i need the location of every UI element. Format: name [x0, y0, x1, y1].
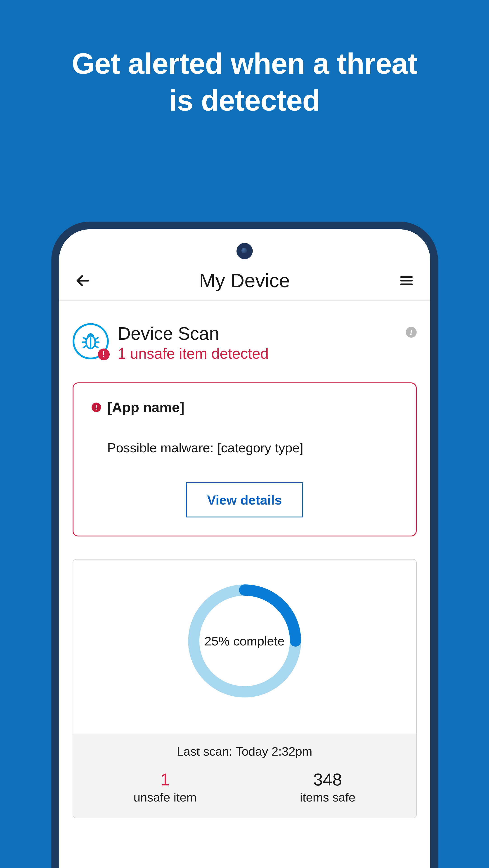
scan-subtitle: 1 unsafe item detected: [118, 345, 397, 362]
last-scan-text: Last scan: Today 2:32pm: [82, 744, 407, 758]
arrow-left-icon: [75, 273, 91, 288]
promo-headline-line2: is detected: [0, 82, 489, 119]
phone-side-button: [437, 573, 438, 616]
bug-icon: !: [72, 323, 109, 360]
safe-label: items safe: [300, 790, 355, 804]
unsafe-label: unsafe item: [134, 790, 197, 804]
threat-alert-card: ! [App name] Possible malware: [category…: [72, 382, 417, 536]
phone-camera-dot: [236, 243, 253, 259]
threat-description: Possible malware: [category type]: [92, 440, 398, 455]
progress-ring: 25% complete: [184, 580, 306, 702]
info-icon[interactable]: i: [406, 327, 417, 338]
alert-badge-icon: !: [98, 348, 110, 360]
scan-summary-footer: Last scan: Today 2:32pm 1 unsafe item 34…: [73, 734, 416, 818]
alert-icon: !: [92, 403, 101, 412]
menu-button[interactable]: [396, 271, 417, 291]
phone-side-button: [437, 374, 438, 440]
unsafe-stat: 1 unsafe item: [134, 770, 197, 804]
unsafe-count: 1: [134, 770, 197, 789]
app-screen: My Device: [59, 265, 430, 868]
progress-label: 25% complete: [184, 580, 306, 702]
phone-side-button: [437, 523, 438, 566]
safe-count: 348: [300, 770, 355, 789]
scan-heading: ! Device Scan 1 unsafe item detected i: [72, 323, 417, 362]
threat-app-name: [App name]: [107, 399, 185, 415]
back-button[interactable]: [72, 271, 93, 291]
scan-title: Device Scan: [118, 323, 397, 344]
page-title: My Device: [199, 269, 290, 292]
phone-mockup: My Device: [51, 222, 438, 868]
view-details-button[interactable]: View details: [186, 483, 303, 518]
promo-headline: Get alerted when a threat is detected: [0, 45, 489, 119]
safe-stat: 348 items safe: [300, 770, 355, 804]
promo-headline-line1: Get alerted when a threat: [0, 45, 489, 82]
hamburger-icon: [399, 273, 414, 288]
app-header: My Device: [59, 265, 430, 301]
bug-glyph-icon: [80, 331, 101, 352]
scan-progress-card: 25% complete Last scan: Today 2:32pm 1 u…: [72, 559, 417, 818]
